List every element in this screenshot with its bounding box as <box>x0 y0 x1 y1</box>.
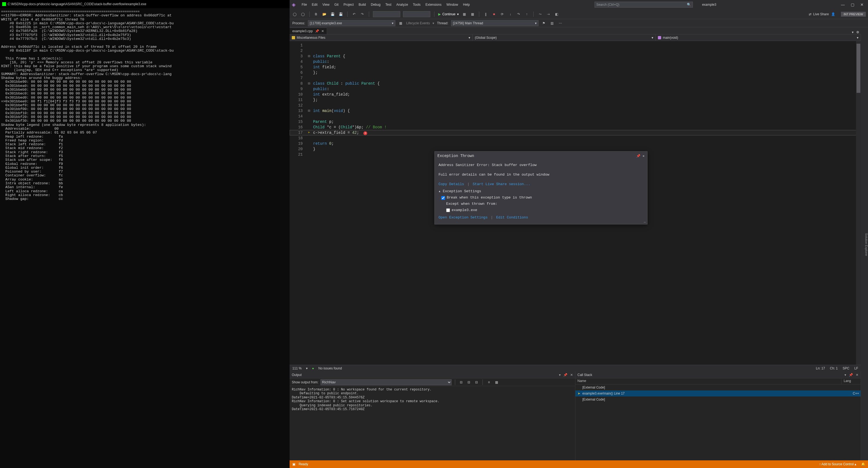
edit-conditions-link[interactable]: Edit Conditions <box>496 215 528 220</box>
search-box[interactable]: Search (Ctrl+Q) 🔍 <box>594 2 693 8</box>
output-text[interactable]: RichNav Information: 0 : No workspace fo… <box>289 386 575 460</box>
tb-misc-icon2[interactable]: ⇢ <box>546 11 551 17</box>
callstack-col-name[interactable]: Name <box>576 378 842 384</box>
new-file-icon[interactable]: 🗎 <box>313 11 319 17</box>
code-content[interactable]: class Parent { public: int field; }; cla… <box>312 41 861 157</box>
maximize-button[interactable]: ▢ <box>851 2 854 7</box>
break-when-thrown-checkbox[interactable] <box>441 196 445 200</box>
nav-back-icon[interactable]: ◯ <box>292 11 297 17</box>
panel-close-icon[interactable]: ✕ <box>570 373 573 377</box>
solution-config-dropdown[interactable] <box>373 11 400 17</box>
out-tool-icon5[interactable]: ▦ <box>494 379 499 385</box>
output-source-dropdown[interactable]: RichNav <box>320 379 452 385</box>
expand-toggle-icon[interactable]: ▴ <box>438 189 441 193</box>
liveshare-label[interactable]: Live Share <box>813 12 829 16</box>
error-marker-icon[interactable]: ✕ <box>363 131 367 135</box>
menu-extensions[interactable]: Extensions <box>425 3 441 6</box>
menu-edit[interactable]: Edit <box>312 3 317 6</box>
close-icon[interactable]: ✕ <box>321 29 324 33</box>
panel-dropdown-icon[interactable]: ▾ <box>559 373 561 377</box>
stack-icon[interactable]: ▥ <box>550 21 555 26</box>
int-preview-badge: INT PREVIEW <box>841 12 866 16</box>
tb-misc-icon3[interactable]: ◧ <box>554 11 559 17</box>
console-output[interactable]: ========================================… <box>0 8 289 468</box>
nav-member-dropdown[interactable]: main(void) ▾ <box>656 34 861 41</box>
step-into-icon[interactable]: ↓ <box>508 11 513 17</box>
out-tool-icon4[interactable]: ≡ <box>486 379 492 385</box>
menu-test[interactable]: Test <box>385 3 392 6</box>
menu-project[interactable]: Project <box>343 3 353 6</box>
step-over-icon[interactable]: ↷ <box>516 11 521 17</box>
close-icon[interactable]: ✕ <box>643 154 645 158</box>
vertical-scrollbar[interactable] <box>856 41 861 365</box>
minimize-button[interactable]: — <box>841 2 845 7</box>
copy-details-link[interactable]: Copy Details <box>438 182 464 186</box>
solution-explorer-tab[interactable]: Solution Explorer <box>865 233 868 256</box>
notification-icon[interactable]: 🔔 <box>861 462 865 466</box>
resize-grip-icon[interactable]: ⣀ <box>643 218 646 224</box>
save-icon[interactable]: 💾 <box>330 11 335 17</box>
process-dropdown[interactable]: [11708] example3.exe ▾ <box>308 20 395 26</box>
tab-label: example3.cpp <box>292 29 313 33</box>
callstack-row[interactable]: [External Code] <box>576 385 861 391</box>
thread-misc-icon[interactable]: ⋯ <box>558 21 563 26</box>
menu-file[interactable]: File <box>302 3 307 6</box>
out-tool-icon3[interactable]: ⊟ <box>474 379 479 385</box>
flag-icon[interactable]: ⚑ <box>541 21 547 26</box>
undo-icon[interactable]: ↶ <box>351 11 357 17</box>
panel-dropdown-icon[interactable]: ▾ <box>844 373 846 377</box>
close-button[interactable]: ✕ <box>860 2 864 7</box>
solution-platform-dropdown[interactable] <box>403 11 430 17</box>
menu-debug[interactable]: Debug <box>371 3 380 6</box>
menu-tools[interactable]: Tools <box>413 3 421 6</box>
tb-icon-1[interactable]: ▦ <box>461 11 467 17</box>
chevron-down-icon[interactable]: ▾ <box>306 366 308 370</box>
menu-view[interactable]: View <box>322 3 330 6</box>
out-tool-icon2[interactable]: ⊟ <box>466 379 471 385</box>
pin-icon[interactable]: 📌 <box>636 154 641 158</box>
tab-gear-icon[interactable]: ⚙ <box>856 30 859 34</box>
tab-example3cpp[interactable]: example3.cpp 📌 ✕ <box>289 28 327 34</box>
menu-git[interactable]: Git <box>334 3 339 6</box>
continue-button[interactable]: ▶ Continue ▾ <box>438 12 459 16</box>
menu-window[interactable]: Window <box>446 3 458 6</box>
pause-icon[interactable]: ‖ <box>483 11 489 17</box>
panel-close-icon[interactable]: ✕ <box>856 373 859 377</box>
thread-dropdown[interactable]: [24756] Main Thread ▾ <box>451 20 538 26</box>
code-editor[interactable]: 1 2 3 4 5 6 7 8 9 10 11 12 13 14 <box>289 41 861 365</box>
nav-project-dropdown[interactable]: Miscellaneous Files ▾ <box>289 34 473 41</box>
console-titlebar[interactable]: C:\MSDN\cpp-docs-pr\docs\c-language\ASAN… <box>0 0 289 8</box>
panel-pin-icon[interactable]: 📌 <box>563 373 567 377</box>
pin-icon[interactable]: 📌 <box>315 29 319 33</box>
lifecycle-icon[interactable]: ▦ <box>398 21 404 26</box>
tb-icon-2[interactable]: ▦ <box>470 11 475 17</box>
panel-pin-icon[interactable]: 📌 <box>849 373 853 377</box>
editor-navbar: Miscellaneous Files ▾ (Global Scope) ▾ m… <box>289 34 861 41</box>
tab-overflow-icon[interactable]: ▾ <box>852 30 854 34</box>
chevron-down-icon: ▾ <box>457 12 459 16</box>
restart-icon[interactable]: ⟳ <box>499 11 505 17</box>
add-source-control-button[interactable]: ↑ Add to Source Control ▴ <box>819 462 856 466</box>
fold-gutter[interactable]: ⊟ ⊟ ⊟ ➤ <box>306 41 312 157</box>
callstack-col-lang[interactable]: Lang <box>841 378 861 384</box>
menu-build[interactable]: Build <box>359 3 366 6</box>
except-example3-checkbox[interactable] <box>446 208 450 212</box>
redo-icon[interactable]: ↷ <box>360 11 365 17</box>
callstack-row[interactable]: [External Code] <box>576 397 861 402</box>
menu-analyze[interactable]: Analyze <box>397 3 408 6</box>
menu-help[interactable]: Help <box>463 3 470 6</box>
nav-scope-dropdown[interactable]: (Global Scope) ▾ <box>473 34 656 41</box>
open-icon[interactable]: 📂 <box>321 11 327 17</box>
callstack-row-current[interactable]: ➤ example3.exe!main() Line 17 C++ <box>576 391 861 397</box>
stop-icon[interactable]: ■ <box>491 11 497 17</box>
break-when-thrown-label: Break when this exception type is thrown <box>447 195 532 201</box>
start-liveshare-link[interactable]: Start Live Share session... <box>473 182 530 186</box>
tb-misc-icon[interactable]: ⤳ <box>537 11 543 17</box>
step-out-icon[interactable]: ↑ <box>524 11 529 17</box>
account-icon[interactable]: 👤 <box>831 11 836 17</box>
open-exception-settings-link[interactable]: Open Exception Settings <box>438 215 488 220</box>
zoom-level[interactable]: 111 % <box>292 366 302 370</box>
save-all-icon[interactable]: 💾 <box>338 11 343 17</box>
nav-fwd-icon[interactable]: ◯ <box>300 11 306 17</box>
out-tool-icon[interactable]: ⊟ <box>459 379 464 385</box>
